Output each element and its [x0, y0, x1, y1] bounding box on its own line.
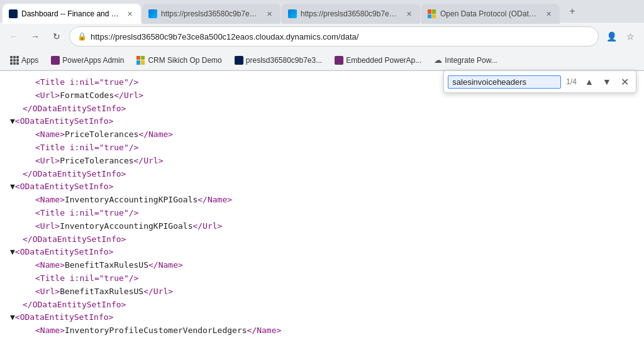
xml-line: </ODataEntitySetInfo>: [10, 102, 634, 116]
tab-title-dashboard: Dashboard -- Finance and Oper...: [21, 9, 121, 18]
tab-preslsd-2[interactable]: https://preslsd36580c9b7e3ce8a... ✕: [282, 4, 420, 24]
xml-line: ▼<ODataEntitySetInfo>: [10, 246, 634, 259]
collapse-triangle[interactable]: ▼: [10, 312, 15, 322]
content-area: <Title i:nil="true"/> <Url>FormatCodes</…: [0, 71, 644, 340]
bookmark-powerapps-label: PowerApps Admin: [62, 56, 124, 65]
browser-chrome: Dashboard -- Finance and Oper... ✕ https…: [0, 0, 644, 71]
bookmark-integrate-label: Integrate Pow...: [445, 56, 497, 65]
xml-line: </ODataEntitySetInfo>: [10, 233, 634, 246]
address-bar-input-wrap[interactable]: 🔒 https://preslsd36580c9b7e3ce8a500c12ea…: [69, 26, 599, 47]
address-bar: ← → ↻ 🔒 https://preslsd36580c9b7e3ce8a50…: [0, 23, 644, 50]
bookmark-preslsd-label: preslsd36580c9b7e3...: [246, 56, 322, 65]
tab-title-preslsd-2: https://preslsd36580c9b7e3ce8a...: [301, 9, 400, 18]
lock-icon: 🔒: [77, 32, 87, 41]
crm-favicon: [136, 56, 145, 65]
xml-line: ▼<ODataEntitySetInfo>: [10, 311, 634, 324]
apps-icon: [10, 56, 19, 65]
bookmark-embedded-label: Embedded PowerAp...: [346, 56, 421, 65]
tab-favicon-dynamics: [9, 9, 18, 18]
xml-line: <Name>InventoryAccountingKPIGoals</Name>: [10, 194, 634, 207]
address-actions: 👤 ☆: [602, 28, 639, 45]
bookmark-embedded[interactable]: Embedded PowerAp...: [330, 55, 426, 66]
xml-line: <Name>BenefitTaxRulesUS</Name>: [10, 259, 634, 272]
bookmark-apps-label: Apps: [21, 56, 38, 65]
xml-line: <Title i:nil="true"/>: [10, 141, 634, 155]
tab-close-preslsd-1[interactable]: ✕: [264, 9, 274, 19]
powerapps-icon: [51, 56, 60, 65]
xml-line: </ODataEntitySetInfo>: [10, 168, 634, 181]
find-close-button[interactable]: ✕: [617, 74, 632, 89]
xml-line: <Url>BenefitTaxRulesUS</Url>: [10, 285, 634, 299]
tab-favicon-ms: [428, 9, 436, 18]
xml-line: </ODataEntitySetInfo>: [10, 299, 634, 312]
xml-line: <Url>PriceTolerances</Url>: [10, 155, 634, 168]
tab-close-odata[interactable]: ✕: [543, 9, 553, 19]
tab-favicon-edge-2: [288, 9, 297, 18]
xml-line: <Url>InventoryAccountingKPIGoals</Url>: [10, 220, 634, 233]
reload-button[interactable]: ↻: [48, 28, 65, 45]
xml-line: <Title i:nil="true"/>: [10, 207, 634, 220]
tab-dashboard[interactable]: Dashboard -- Finance and Oper... ✕: [3, 4, 141, 24]
xml-line: <Title i:nil="true"/>: [10, 337, 634, 340]
tab-odata[interactable]: Open Data Protocol (OData) - F... ✕: [421, 4, 560, 24]
tab-bar: Dashboard -- Finance and Oper... ✕ https…: [0, 0, 644, 23]
collapse-triangle[interactable]: ▼: [10, 247, 15, 256]
bookmarks-bar: Apps PowerApps Admin CRM Sikich Op Demo …: [0, 50, 644, 70]
bookmark-crm[interactable]: CRM Sikich Op Demo: [131, 55, 226, 66]
bookmark-preslsd[interactable]: preslsd36580c9b7e3...: [230, 55, 327, 66]
forward-button[interactable]: →: [26, 28, 44, 45]
xml-line: <Name>PriceTolerances</Name>: [10, 128, 634, 141]
xml-line: ▼<ODataEntitySetInfo>: [10, 180, 634, 194]
favorites-button[interactable]: ☆: [621, 28, 639, 45]
tab-close-dashboard[interactable]: ✕: [125, 9, 135, 19]
bookmark-integrate[interactable]: ☁ Integrate Pow...: [429, 54, 502, 66]
tab-close-preslsd-2[interactable]: ✕: [404, 9, 414, 19]
find-next-button[interactable]: ▼: [599, 74, 614, 89]
xml-line: <Name>InventoryProfileCustomerVendorLedg…: [10, 324, 634, 337]
cloud-icon: ☁: [434, 55, 442, 65]
xml-line: <Title i:nil="true"/>: [10, 272, 634, 285]
bookmark-apps[interactable]: Apps: [5, 55, 43, 66]
collapse-triangle[interactable]: ▼: [10, 116, 15, 126]
new-tab-button[interactable]: +: [564, 3, 581, 20]
find-bar: 1/4 ▲ ▼ ✕: [443, 70, 636, 93]
address-text: https://preslsd36580c9b7e3ce8a500c12eaos…: [91, 32, 591, 41]
user-profile-button[interactable]: 👤: [602, 28, 620, 45]
xml-line: ▼<ODataEntitySetInfo>: [10, 115, 634, 128]
find-prev-button[interactable]: ▲: [582, 74, 597, 89]
back-button[interactable]: ←: [5, 28, 23, 45]
tab-favicon-edge-1: [148, 9, 157, 18]
tab-title-odata: Open Data Protocol (OData) - F...: [440, 9, 540, 18]
dynamics-favicon-bm: [235, 56, 243, 65]
tab-preslsd-1[interactable]: https://preslsd36580c9b7e3ce8a... ✕: [142, 4, 280, 24]
bookmark-crm-label: CRM Sikich Op Demo: [148, 56, 221, 65]
bookmark-powerapps[interactable]: PowerApps Admin: [46, 55, 129, 66]
embedded-powerapps-icon: [335, 56, 343, 65]
find-input[interactable]: [448, 75, 561, 89]
find-count: 1/4: [566, 77, 577, 86]
tab-title-preslsd-1: https://preslsd36580c9b7e3ce8a...: [161, 9, 260, 18]
collapse-triangle[interactable]: ▼: [10, 182, 15, 191]
